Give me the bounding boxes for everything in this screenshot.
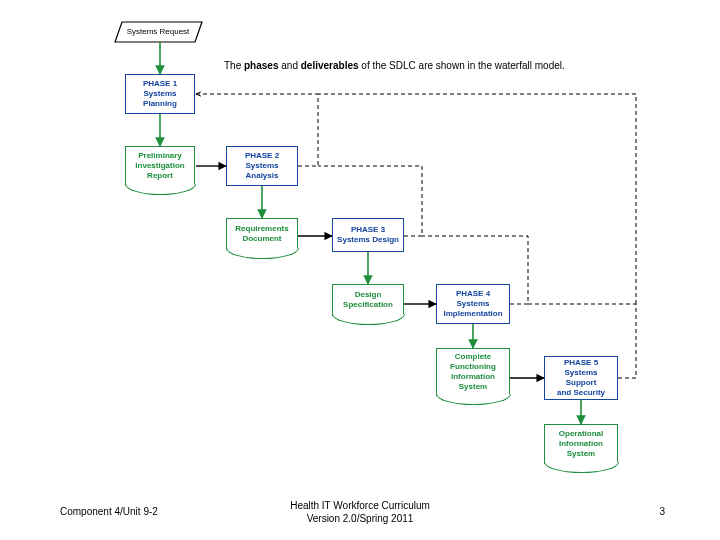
deliverable-1-label: PreliminaryInvestigationReport — [135, 151, 184, 181]
phase-1-label: PHASE 1SystemsPlanning — [143, 79, 177, 109]
deliverable-5-label: OperationalInformationSystem — [559, 429, 603, 459]
footer-center-line2: Version 2.0/Spring 2011 — [307, 513, 414, 524]
footer-right: 3 — [659, 506, 665, 517]
phase-2: PHASE 2SystemsAnalysis — [226, 146, 298, 186]
deliverable-2: RequirementsDocument — [226, 218, 298, 250]
deliverable-4-label: CompleteFunctioningInformationSystem — [450, 352, 496, 392]
deliverable-3-label: DesignSpecification — [343, 290, 393, 310]
phase-4: PHASE 4SystemsImplementation — [436, 284, 510, 324]
phase-1: PHASE 1SystemsPlanning — [125, 74, 195, 114]
start-label: Systems Request — [127, 27, 190, 37]
footer-center: Health IT Workforce Curriculum Version 2… — [0, 500, 720, 525]
deliverable-2-label: RequirementsDocument — [235, 224, 288, 244]
phase-2-label: PHASE 2SystemsAnalysis — [245, 151, 279, 181]
start-box: Systems Request — [118, 20, 198, 44]
phase-5-label: PHASE 5Systems Supportand Security — [549, 358, 613, 398]
caption: The phases and deliverables of the SDLC … — [224, 60, 565, 71]
footer-center-line1: Health IT Workforce Curriculum — [290, 500, 430, 511]
phase-3-label: PHASE 3Systems Design — [337, 225, 399, 245]
phase-5: PHASE 5Systems Supportand Security — [544, 356, 618, 400]
phase-4-label: PHASE 4SystemsImplementation — [443, 289, 502, 319]
deliverable-4: CompleteFunctioningInformationSystem — [436, 348, 510, 396]
deliverable-3: DesignSpecification — [332, 284, 404, 316]
deliverable-1: PreliminaryInvestigationReport — [125, 146, 195, 186]
phase-3: PHASE 3Systems Design — [332, 218, 404, 252]
deliverable-5: OperationalInformationSystem — [544, 424, 618, 464]
diagram-stage: Systems Request The phases and deliverab… — [0, 0, 720, 540]
